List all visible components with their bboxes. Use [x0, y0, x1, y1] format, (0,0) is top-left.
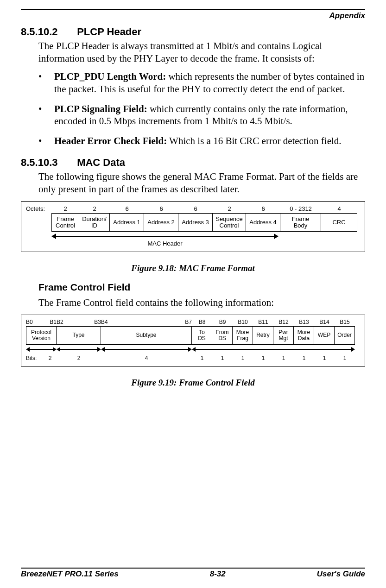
section-heading-plcp: 8.5.10.2 PLCP Header [21, 26, 365, 38]
bit-label: B8 [192, 319, 212, 325]
fc-intro: The Frame Control field contains the fol… [38, 297, 365, 309]
mac-field: SequenceControl [213, 213, 246, 232]
mac-header-label: MAC Header [51, 240, 278, 247]
bit-label: B11 [253, 319, 273, 325]
bits-val: 1 [233, 355, 253, 361]
bits-val: 1 [273, 355, 294, 361]
bullet-item: PLCP Signaling Field: which currently co… [38, 103, 365, 128]
octets-val: 6 [110, 205, 144, 212]
bit-label: B13 [294, 319, 314, 325]
bit-label: B14 [314, 319, 335, 325]
arrow-left-icon [26, 347, 30, 352]
page-footer: BreezeNET PRO.11 Series 8-32 User's Guid… [21, 569, 365, 579]
section-number: 8.5.10.3 [21, 157, 74, 169]
bullet-item: PLCP_PDU Length Word: which represents t… [38, 70, 365, 95]
mac-field: Address 2 [144, 213, 178, 232]
running-header: Appendix [21, 11, 365, 20]
bits-val: 2 [57, 355, 101, 361]
arrow-left-icon [101, 347, 105, 352]
fc-field: WEP [314, 326, 335, 345]
arrow-left-icon [57, 347, 60, 352]
bit-label: B10 [233, 319, 253, 325]
figure-mac-frame: Octets: 2 2 6 6 6 2 6 0 - 2312 4 FrameCo… [21, 201, 365, 252]
bit-label: B2 [57, 319, 68, 325]
section2-intro: The following figure shows the general M… [38, 171, 365, 196]
mac-field: Address 3 [178, 213, 213, 232]
arrow-right-icon [351, 347, 355, 352]
octets-val: 2 [213, 205, 246, 212]
mac-fields-row: FrameControl Duration/ID Address 1 Addre… [26, 213, 360, 232]
bullet-bold: PLCP_PDU Length Word: [54, 71, 166, 82]
bits-val: 1 [253, 355, 273, 361]
section-title: MAC Data [77, 157, 125, 168]
mac-octets-row: Octets: 2 2 6 6 6 2 6 0 - 2312 4 [26, 205, 360, 212]
octets-val: 0 - 2312 [280, 205, 321, 212]
arrow-right-icon [274, 234, 278, 239]
bits-val: 1 [294, 355, 314, 361]
mac-header-arrow [26, 234, 360, 239]
bit-label: B7 [112, 319, 192, 325]
bullet-bold: Header Error Check Field: [54, 135, 167, 146]
bits-val: 1 [335, 355, 355, 361]
mac-field: Address 1 [110, 213, 144, 232]
figure-frame-control: B0 B1 B2 B3 B4 B7 B8 B9 B10 B11 B12 B13 … [21, 315, 365, 367]
mac-field: Duration/ID [79, 213, 110, 232]
arrow-right-icon [97, 347, 101, 352]
fc-field: FromDS [212, 326, 233, 345]
section-title: PLCP Header [77, 26, 141, 38]
fc-fields-row: ProtocolVersion Type Subtype ToDS FromDS… [26, 326, 360, 345]
fc-field: MoreData [294, 326, 314, 345]
footer-right: User's Guide [317, 569, 365, 579]
octets-val: 6 [178, 205, 213, 212]
arrow-left-icon [192, 347, 196, 352]
figure-caption-fc: Figure 9.19: Frame Control Field [21, 378, 365, 388]
figure-caption-mac: Figure 9.18: MAC Frame Format [21, 263, 365, 273]
section1-bullets: PLCP_PDU Length Word: which represents t… [38, 70, 365, 147]
arrow-right-icon [53, 347, 57, 352]
bit-label: B15 [335, 319, 355, 325]
section-heading-mac: 8.5.10.3 MAC Data [21, 157, 365, 169]
octets-prefix: Octets: [26, 205, 51, 212]
octets-val: 6 [246, 205, 280, 212]
fc-bits-row: Bits: 2 2 4 1 1 1 1 1 1 1 1 [26, 355, 360, 361]
fc-field: Type [57, 326, 101, 345]
fc-field: Retry [253, 326, 273, 345]
fc-field: MoreFrag [233, 326, 253, 345]
octets-val: 4 [321, 205, 357, 212]
bit-label: B1 [37, 319, 57, 325]
footer-center: 8-32 [210, 569, 226, 579]
section1-intro: The PLCP Header is always transmitted at… [38, 40, 365, 65]
mac-field: Address 4 [246, 213, 280, 232]
bits-val: 4 [101, 355, 192, 361]
mac-field: FrameBody [280, 213, 321, 232]
bits-val: 1 [314, 355, 335, 361]
footer-left: BreezeNET PRO.11 Series [21, 569, 119, 579]
fc-field: ProtocolVersion [26, 326, 57, 345]
bit-label: B3 [68, 319, 101, 325]
octets-val: 6 [144, 205, 178, 212]
bit-label: B12 [273, 319, 294, 325]
bits-prefix: Bits: [26, 355, 44, 361]
arrow-left-icon [51, 234, 56, 239]
bits-val: 2 [44, 355, 57, 361]
section-number: 8.5.10.2 [21, 26, 74, 38]
bullet-bold: PLCP Signaling Field: [54, 103, 147, 114]
arrow-right-icon [188, 347, 192, 352]
fc-bit-labels-row: B0 B1 B2 B3 B4 B7 B8 B9 B10 B11 B12 B13 … [26, 319, 360, 325]
bullet-item: Header Error Check Field: Which is a 16 … [38, 135, 365, 147]
fc-field: ToDS [192, 326, 212, 345]
octets-val: 2 [51, 205, 79, 212]
fc-arrows [26, 347, 360, 352]
mac-field: CRC [321, 213, 357, 232]
bullet-text: Which is a 16 Bit CRC error detection fi… [167, 135, 341, 146]
bit-label: B0 [26, 319, 37, 325]
octets-val: 2 [79, 205, 110, 212]
fc-field: PwrMgt [273, 326, 294, 345]
fc-field: Subtype [101, 326, 192, 345]
bits-val: 1 [212, 355, 233, 361]
bit-label: B9 [212, 319, 233, 325]
mac-field: FrameControl [51, 213, 79, 232]
bit-label: B4 [101, 319, 112, 325]
page-content: 8.5.10.2 PLCP Header The PLCP Header is … [21, 22, 365, 564]
fc-field: Order [335, 326, 355, 345]
